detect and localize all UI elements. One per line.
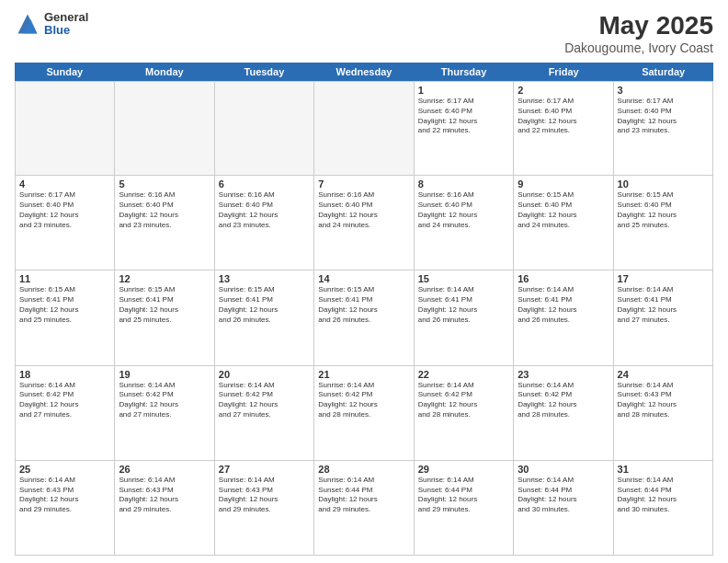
day-number: 14 — [318, 273, 409, 284]
day-number: 12 — [119, 273, 210, 284]
day-number: 27 — [219, 464, 310, 475]
day-header: Monday — [115, 63, 215, 81]
page: General Blue May 2025 Dakougoume, Ivory … — [0, 0, 728, 563]
calendar-cell: 2Sunrise: 6:17 AMSunset: 6:40 PMDaylight… — [514, 81, 613, 176]
cell-info: Sunrise: 6:16 AMSunset: 6:40 PMDaylight:… — [418, 190, 509, 230]
day-number: 25 — [19, 464, 110, 475]
calendar-cell: 7Sunrise: 6:16 AMSunset: 6:40 PMDaylight… — [314, 176, 414, 270]
cell-info: Sunrise: 6:15 AMSunset: 6:41 PMDaylight:… — [219, 285, 310, 325]
day-header: Saturday — [613, 63, 713, 81]
cell-info: Sunrise: 6:14 AMSunset: 6:42 PMDaylight:… — [518, 381, 609, 420]
day-number: 5 — [119, 178, 210, 190]
day-number: 10 — [618, 178, 709, 190]
calendar-cell: 8Sunrise: 6:16 AMSunset: 6:40 PMDaylight… — [415, 176, 514, 270]
day-number: 8 — [418, 178, 509, 190]
cell-info: Sunrise: 6:16 AMSunset: 6:40 PMDaylight:… — [318, 190, 409, 230]
day-number: 21 — [318, 369, 409, 380]
calendar-cell: 18Sunrise: 6:14 AMSunset: 6:42 PMDayligh… — [16, 366, 115, 461]
cell-info: Sunrise: 6:15 AMSunset: 6:41 PMDaylight:… — [119, 285, 210, 325]
cell-info: Sunrise: 6:15 AMSunset: 6:40 PMDaylight:… — [518, 190, 609, 230]
cell-info: Sunrise: 6:14 AMSunset: 6:43 PMDaylight:… — [119, 476, 210, 515]
calendar-cell: 11Sunrise: 6:15 AMSunset: 6:41 PMDayligh… — [16, 270, 115, 365]
cell-info: Sunrise: 6:14 AMSunset: 6:43 PMDaylight:… — [219, 476, 310, 515]
day-number: 24 — [618, 369, 709, 380]
day-number: 23 — [518, 369, 609, 380]
cell-info: Sunrise: 6:17 AMSunset: 6:40 PMDaylight:… — [418, 97, 509, 136]
day-header: Sunday — [15, 63, 115, 81]
calendar-cell: 27Sunrise: 6:14 AMSunset: 6:43 PMDayligh… — [215, 461, 314, 556]
subtitle: Dakougoume, Ivory Coast — [564, 40, 713, 55]
calendar-cell — [215, 81, 314, 176]
calendar-cell: 25Sunrise: 6:14 AMSunset: 6:43 PMDayligh… — [16, 461, 115, 556]
calendar-cell: 14Sunrise: 6:15 AMSunset: 6:41 PMDayligh… — [314, 270, 414, 365]
cell-info: Sunrise: 6:14 AMSunset: 6:41 PMDaylight:… — [418, 285, 509, 325]
cell-info: Sunrise: 6:14 AMSunset: 6:44 PMDaylight:… — [518, 476, 609, 515]
calendar-cell: 23Sunrise: 6:14 AMSunset: 6:42 PMDayligh… — [514, 366, 613, 461]
cell-info: Sunrise: 6:14 AMSunset: 6:41 PMDaylight:… — [518, 285, 609, 325]
calendar-cell: 31Sunrise: 6:14 AMSunset: 6:44 PMDayligh… — [614, 461, 713, 556]
cell-info: Sunrise: 6:17 AMSunset: 6:40 PMDaylight:… — [518, 97, 609, 136]
calendar: SundayMondayTuesdayWednesdayThursdayFrid… — [15, 63, 713, 556]
main-title: May 2025 — [564, 11, 713, 40]
day-number: 9 — [518, 178, 609, 190]
calendar-week-row: 11Sunrise: 6:15 AMSunset: 6:41 PMDayligh… — [15, 270, 713, 365]
cell-info: Sunrise: 6:14 AMSunset: 6:44 PMDaylight:… — [418, 476, 509, 515]
cell-info: Sunrise: 6:14 AMSunset: 6:42 PMDaylight:… — [219, 381, 310, 420]
calendar-cell: 22Sunrise: 6:14 AMSunset: 6:42 PMDayligh… — [415, 366, 514, 461]
day-number: 26 — [119, 464, 210, 475]
day-header: Wednesday — [314, 63, 415, 81]
calendar-cell: 12Sunrise: 6:15 AMSunset: 6:41 PMDayligh… — [115, 270, 214, 365]
calendar-cell: 10Sunrise: 6:15 AMSunset: 6:40 PMDayligh… — [614, 176, 713, 270]
cell-info: Sunrise: 6:16 AMSunset: 6:40 PMDaylight:… — [219, 190, 310, 230]
title-block: May 2025 Dakougoume, Ivory Coast — [564, 11, 713, 55]
calendar-body: 1Sunrise: 6:17 AMSunset: 6:40 PMDaylight… — [15, 81, 713, 556]
calendar-cell: 17Sunrise: 6:14 AMSunset: 6:41 PMDayligh… — [614, 270, 713, 365]
cell-info: Sunrise: 6:14 AMSunset: 6:42 PMDaylight:… — [418, 381, 509, 420]
day-number: 19 — [119, 369, 210, 380]
day-number: 4 — [19, 178, 110, 190]
day-number: 31 — [618, 464, 709, 475]
calendar-cell: 30Sunrise: 6:14 AMSunset: 6:44 PMDayligh… — [514, 461, 613, 556]
day-number: 17 — [618, 273, 709, 284]
cell-info: Sunrise: 6:16 AMSunset: 6:40 PMDaylight:… — [119, 190, 210, 230]
day-number: 15 — [418, 273, 509, 284]
day-header: Friday — [514, 63, 614, 81]
calendar-cell: 13Sunrise: 6:15 AMSunset: 6:41 PMDayligh… — [215, 270, 314, 365]
day-header: Thursday — [414, 63, 514, 81]
calendar-cell: 26Sunrise: 6:14 AMSunset: 6:43 PMDayligh… — [115, 461, 214, 556]
logo: General Blue — [15, 11, 88, 38]
calendar-cell: 21Sunrise: 6:14 AMSunset: 6:42 PMDayligh… — [314, 366, 414, 461]
calendar-cell: 9Sunrise: 6:15 AMSunset: 6:40 PMDaylight… — [514, 176, 613, 270]
calendar-cell: 5Sunrise: 6:16 AMSunset: 6:40 PMDaylight… — [115, 176, 214, 270]
cell-info: Sunrise: 6:14 AMSunset: 6:42 PMDaylight:… — [318, 381, 409, 420]
day-number: 3 — [618, 85, 709, 96]
cell-info: Sunrise: 6:14 AMSunset: 6:42 PMDaylight:… — [19, 381, 110, 420]
day-number: 11 — [19, 273, 110, 284]
calendar-cell: 29Sunrise: 6:14 AMSunset: 6:44 PMDayligh… — [415, 461, 514, 556]
cell-info: Sunrise: 6:15 AMSunset: 6:41 PMDaylight:… — [19, 285, 110, 325]
day-number: 30 — [518, 464, 609, 475]
calendar-cell: 15Sunrise: 6:14 AMSunset: 6:41 PMDayligh… — [415, 270, 514, 365]
calendar-cell — [115, 81, 214, 176]
day-number: 13 — [219, 273, 310, 284]
calendar-week-row: 18Sunrise: 6:14 AMSunset: 6:42 PMDayligh… — [15, 366, 713, 461]
day-number: 2 — [518, 85, 609, 96]
calendar-week-row: 4Sunrise: 6:17 AMSunset: 6:40 PMDaylight… — [15, 176, 713, 270]
day-number: 22 — [418, 369, 509, 380]
calendar-cell: 1Sunrise: 6:17 AMSunset: 6:40 PMDaylight… — [415, 81, 514, 176]
calendar-cell: 3Sunrise: 6:17 AMSunset: 6:40 PMDaylight… — [614, 81, 713, 176]
cell-info: Sunrise: 6:14 AMSunset: 6:44 PMDaylight:… — [318, 476, 409, 515]
cell-info: Sunrise: 6:14 AMSunset: 6:41 PMDaylight:… — [618, 285, 709, 325]
cell-info: Sunrise: 6:17 AMSunset: 6:40 PMDaylight:… — [19, 190, 110, 230]
day-number: 28 — [318, 464, 409, 475]
logo-general: General — [44, 11, 88, 24]
cell-info: Sunrise: 6:17 AMSunset: 6:40 PMDaylight:… — [618, 97, 709, 136]
logo-icon — [15, 11, 40, 37]
calendar-week-row: 1Sunrise: 6:17 AMSunset: 6:40 PMDaylight… — [15, 81, 713, 176]
calendar-cell: 16Sunrise: 6:14 AMSunset: 6:41 PMDayligh… — [514, 270, 613, 365]
day-number: 7 — [318, 178, 409, 190]
day-number: 29 — [418, 464, 509, 475]
cell-info: Sunrise: 6:15 AMSunset: 6:41 PMDaylight:… — [318, 285, 409, 325]
calendar-cell: 6Sunrise: 6:16 AMSunset: 6:40 PMDaylight… — [215, 176, 314, 270]
calendar-week-row: 25Sunrise: 6:14 AMSunset: 6:43 PMDayligh… — [15, 461, 713, 556]
